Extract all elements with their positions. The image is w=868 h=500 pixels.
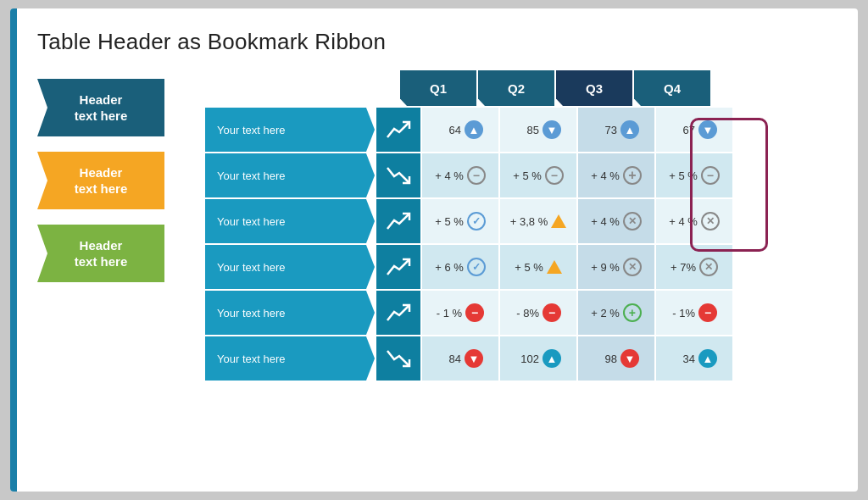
- main-content: Header text here Header text here Header…: [37, 70, 831, 381]
- arrow-up-icon: ▲: [542, 349, 561, 368]
- cell-6-q2: 102 ▲: [500, 336, 576, 381]
- minus-icon: −: [545, 166, 564, 185]
- legend-label-3: Header text here: [75, 237, 128, 270]
- legend-item-1: Header text here: [37, 79, 181, 136]
- legend-bookmark-orange: Header text here: [37, 152, 164, 209]
- cell-4-q4: + 7% ✕: [656, 245, 732, 289]
- cell-5-q2: - 8% −: [500, 291, 576, 335]
- cell-5-q3: + 2 % +: [578, 291, 654, 335]
- row-cells-2: + 4 % − + 5 % − + 4 % + + 5 %: [422, 153, 831, 197]
- row-icon-3: [376, 199, 420, 243]
- minus-icon: −: [467, 166, 486, 185]
- table-row: Your text here + 6 % ✓ + 5 %: [205, 245, 831, 289]
- table-row: Your text here 64 ▲ 85 ▼: [205, 108, 831, 152]
- row-cells-6: 84 ▼ 102 ▲ 98 ▼ 34 ▲: [422, 336, 831, 381]
- table-row: Your text here - 1 % − - 8% −: [205, 291, 831, 335]
- cell-5-q4: - 1% −: [656, 291, 732, 335]
- cell-2-q2: + 5 % −: [500, 153, 576, 197]
- table-headers: Q1 Q2 Q3 Q4: [400, 70, 831, 106]
- row-cells-3: + 5 % ✓ + 3,8 % + 4 % ✕ + 4 %: [422, 199, 831, 243]
- row-label-6: Your text here: [205, 336, 375, 381]
- legend-item-2: Header text here: [37, 152, 181, 209]
- row-icon-1: [376, 108, 420, 152]
- cell-3-q2: + 3,8 %: [500, 199, 576, 243]
- x-icon: ✕: [623, 258, 642, 276]
- arrow-down-icon: ▼: [542, 120, 561, 139]
- cell-5-q1: - 1 % −: [422, 291, 498, 335]
- cell-4-q2: + 5 %: [500, 245, 576, 289]
- legend: Header text here Header text here Header…: [37, 79, 181, 282]
- cell-2-q1: + 4 % −: [422, 153, 498, 197]
- row-cells-4: + 6 % ✓ + 5 % + 9 % ✕ + 7%: [422, 245, 831, 289]
- legend-bookmark-green: Header text here: [37, 225, 164, 282]
- plus-icon: +: [623, 166, 642, 185]
- col-header-q2: Q2: [478, 70, 554, 106]
- x-icon: ✕: [701, 212, 720, 231]
- x-icon: ✕: [699, 258, 718, 276]
- cell-2-q3: + 4 % +: [578, 153, 654, 197]
- row-icon-5: [376, 291, 420, 335]
- minus-red-icon: −: [698, 303, 717, 322]
- legend-bookmark-blue: Header text here: [37, 79, 164, 136]
- plus-green-icon: +: [623, 303, 642, 322]
- cell-3-q3: + 4 % ✕: [578, 199, 654, 243]
- cell-2-q4: + 5 % −: [656, 153, 732, 197]
- cell-1-q1: 64 ▲: [422, 108, 498, 152]
- arrow-down-red-icon: ▼: [620, 349, 639, 368]
- legend-item-3: Header text here: [37, 225, 181, 282]
- row-label-5: Your text here: [205, 291, 375, 335]
- arrow-down-icon: ▼: [698, 120, 717, 139]
- legend-label-1: Header text here: [75, 92, 128, 125]
- cell-6-q3: 98 ▼: [578, 336, 654, 381]
- accent-bar: [10, 8, 17, 492]
- col-header-q3: Q3: [556, 70, 632, 106]
- cell-4-q1: + 6 % ✓: [422, 245, 498, 289]
- row-label-2: Your text here: [205, 153, 375, 197]
- row-cells-5: - 1 % − - 8% − + 2 % + - 1%: [422, 291, 831, 335]
- minus-red-icon: −: [465, 303, 484, 322]
- cell-3-q4: + 4 % ✕: [656, 199, 732, 243]
- arrow-up-icon: ▲: [620, 120, 639, 139]
- row-label-4: Your text here: [205, 245, 375, 289]
- check-icon: ✓: [467, 212, 486, 231]
- table-rows: Your text here 64 ▲ 85 ▼: [205, 108, 831, 381]
- col-header-q4: Q4: [634, 70, 710, 106]
- arrow-up-icon: ▲: [465, 120, 483, 139]
- triangle-icon: [551, 214, 566, 228]
- row-icon-4: [376, 245, 420, 289]
- table-row: Your text here + 5 % ✓ + 3,8 %: [205, 199, 831, 243]
- row-label-1: Your text here: [205, 108, 375, 152]
- minus-icon: −: [701, 166, 720, 185]
- triangle-icon: [547, 260, 562, 274]
- row-cells-1: 64 ▲ 85 ▼ 73 ▲ 67 ▼: [422, 108, 831, 152]
- row-icon-2: [376, 153, 420, 197]
- table-area: Q1 Q2 Q3 Q4 Your text here 64 ▲: [205, 70, 831, 381]
- legend-label-2: Header text here: [75, 164, 128, 197]
- x-icon: ✕: [623, 212, 642, 231]
- cell-6-q1: 84 ▼: [422, 336, 498, 381]
- minus-red-icon: −: [542, 303, 561, 322]
- cell-6-q4: 34 ▲: [656, 336, 732, 381]
- cell-1-q4: 67 ▼: [656, 108, 732, 152]
- slide: Table Header as Bookmark Ribbon Header t…: [10, 8, 858, 492]
- arrow-up-icon: ▲: [698, 349, 717, 368]
- slide-title: Table Header as Bookmark Ribbon: [37, 29, 831, 55]
- cell-1-q2: 85 ▼: [500, 108, 576, 152]
- row-icon-6: [376, 336, 420, 381]
- table-row: Your text here + 4 % − + 5 % −: [205, 153, 831, 197]
- row-label-3: Your text here: [205, 199, 375, 243]
- cell-3-q1: + 5 % ✓: [422, 199, 498, 243]
- cell-1-q3: 73 ▲: [578, 108, 654, 152]
- check-icon: ✓: [467, 258, 486, 276]
- col-header-q1: Q1: [400, 70, 476, 106]
- table-row: Your text here 84 ▼ 102 ▲: [205, 336, 831, 381]
- cell-4-q3: + 9 % ✕: [578, 245, 654, 289]
- arrow-down-red-icon: ▼: [465, 349, 483, 368]
